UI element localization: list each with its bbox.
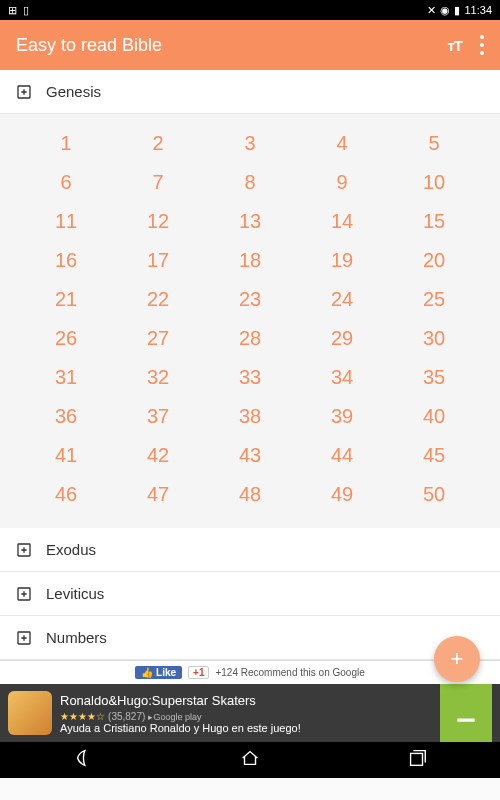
facebook-like-button[interactable]: 👍 Like	[135, 666, 182, 679]
chapter-link[interactable]: 1	[20, 124, 112, 163]
download-icon	[453, 700, 479, 726]
google-plus-button[interactable]: +1	[188, 666, 209, 679]
wifi-icon: ◉	[440, 4, 450, 17]
back-button[interactable]	[72, 747, 94, 773]
chapter-grid-genesis: 1234567891011121314151617181920212223242…	[0, 114, 500, 528]
chapter-link[interactable]: 47	[112, 475, 204, 514]
book-label: Exodus	[46, 541, 96, 558]
svg-rect-4	[410, 753, 422, 765]
book-label: Numbers	[46, 629, 107, 646]
chapter-link[interactable]: 27	[112, 319, 204, 358]
chapter-link[interactable]: 2	[112, 124, 204, 163]
text-size-button[interactable]: тT	[447, 37, 462, 54]
chapter-link[interactable]: 21	[20, 280, 112, 319]
ad-subtitle: Ayuda a Cristiano Ronaldo y Hugo en este…	[60, 722, 432, 734]
chapter-link[interactable]: 13	[204, 202, 296, 241]
fab-add-button[interactable]: +	[434, 636, 480, 682]
device-icon: ▯	[23, 4, 29, 17]
chapter-link[interactable]: 42	[112, 436, 204, 475]
chapter-link[interactable]: 18	[204, 241, 296, 280]
add-box-icon	[16, 630, 32, 646]
chapter-link[interactable]: 15	[388, 202, 480, 241]
chapter-link[interactable]: 43	[204, 436, 296, 475]
chapter-link[interactable]: 32	[112, 358, 204, 397]
book-label: Leviticus	[46, 585, 104, 602]
chapter-link[interactable]: 11	[20, 202, 112, 241]
chapter-link[interactable]: 20	[388, 241, 480, 280]
chapter-link[interactable]: 36	[20, 397, 112, 436]
chapter-link[interactable]: 35	[388, 358, 480, 397]
fb-thumb-icon: 👍	[141, 667, 153, 678]
chapter-link[interactable]: 6	[20, 163, 112, 202]
chapter-link[interactable]: 28	[204, 319, 296, 358]
chapter-link[interactable]: 49	[296, 475, 388, 514]
chapter-link[interactable]: 26	[20, 319, 112, 358]
book-list: Genesis 12345678910111213141516171819202…	[0, 70, 500, 660]
chapter-link[interactable]: 16	[20, 241, 112, 280]
ad-banner[interactable]: Ronaldo&Hugo:Superstar Skaters ★★★★☆ (35…	[0, 684, 500, 742]
app-bar: Easy to read Bible тT	[0, 20, 500, 70]
chapter-link[interactable]: 4	[296, 124, 388, 163]
book-row-numbers[interactable]: Numbers	[0, 616, 500, 660]
chapter-link[interactable]: 9	[296, 163, 388, 202]
ad-thumbnail	[8, 691, 52, 735]
home-button[interactable]	[239, 747, 261, 773]
chapter-link[interactable]: 25	[388, 280, 480, 319]
android-status-bar: ⊞ ▯ ✕ ◉ ▮ 11:34	[0, 0, 500, 20]
chapter-link[interactable]: 41	[20, 436, 112, 475]
chapter-link[interactable]: 33	[204, 358, 296, 397]
chapter-link[interactable]: 46	[20, 475, 112, 514]
add-box-icon	[16, 84, 32, 100]
chapter-link[interactable]: 37	[112, 397, 204, 436]
chapter-link[interactable]: 31	[20, 358, 112, 397]
plus-icon: +	[451, 646, 464, 672]
recents-button[interactable]	[406, 747, 428, 773]
clock: 11:34	[464, 4, 492, 16]
chapter-link[interactable]: 14	[296, 202, 388, 241]
debug-icon: ⊞	[8, 4, 17, 17]
ad-title: Ronaldo&Hugo:Superstar Skaters	[60, 693, 432, 708]
chapter-link[interactable]: 50	[388, 475, 480, 514]
chapter-link[interactable]: 23	[204, 280, 296, 319]
app-title: Easy to read Bible	[16, 35, 447, 56]
chapter-link[interactable]: 3	[204, 124, 296, 163]
book-row-exodus[interactable]: Exodus	[0, 528, 500, 572]
chapter-link[interactable]: 5	[388, 124, 480, 163]
google-play-badge: ▸Google play	[148, 712, 201, 722]
battery-icon: ▮	[454, 4, 460, 17]
chapter-link[interactable]: 39	[296, 397, 388, 436]
ad-reviews: (35,827)	[108, 711, 145, 722]
chapter-link[interactable]: 38	[204, 397, 296, 436]
chapter-link[interactable]: 8	[204, 163, 296, 202]
chapter-link[interactable]: 44	[296, 436, 388, 475]
chapter-link[interactable]: 12	[112, 202, 204, 241]
social-bar: 👍 Like +1 +124 Recommend this on Google	[0, 660, 500, 684]
mute-icon: ✕	[427, 4, 436, 17]
chapter-link[interactable]: 10	[388, 163, 480, 202]
book-label: Genesis	[46, 83, 101, 100]
chapter-link[interactable]: 30	[388, 319, 480, 358]
chapter-link[interactable]: 29	[296, 319, 388, 358]
google-recommend-text: +124 Recommend this on Google	[215, 667, 364, 678]
overflow-menu-button[interactable]	[480, 33, 484, 57]
chapter-link[interactable]: 48	[204, 475, 296, 514]
chapter-link[interactable]: 45	[388, 436, 480, 475]
chapter-link[interactable]: 19	[296, 241, 388, 280]
chapter-link[interactable]: 17	[112, 241, 204, 280]
chapter-link[interactable]: 22	[112, 280, 204, 319]
chapter-link[interactable]: 34	[296, 358, 388, 397]
ad-download-button[interactable]	[440, 684, 492, 742]
ad-text: Ronaldo&Hugo:Superstar Skaters ★★★★☆ (35…	[60, 693, 432, 734]
chapter-link[interactable]: 7	[112, 163, 204, 202]
android-nav-bar	[0, 742, 500, 778]
chapter-link[interactable]: 40	[388, 397, 480, 436]
chapter-link[interactable]: 24	[296, 280, 388, 319]
add-box-icon	[16, 542, 32, 558]
star-rating-icon: ★★★★☆	[60, 711, 105, 722]
add-box-icon	[16, 586, 32, 602]
book-row-leviticus[interactable]: Leviticus	[0, 572, 500, 616]
book-row-genesis[interactable]: Genesis	[0, 70, 500, 114]
